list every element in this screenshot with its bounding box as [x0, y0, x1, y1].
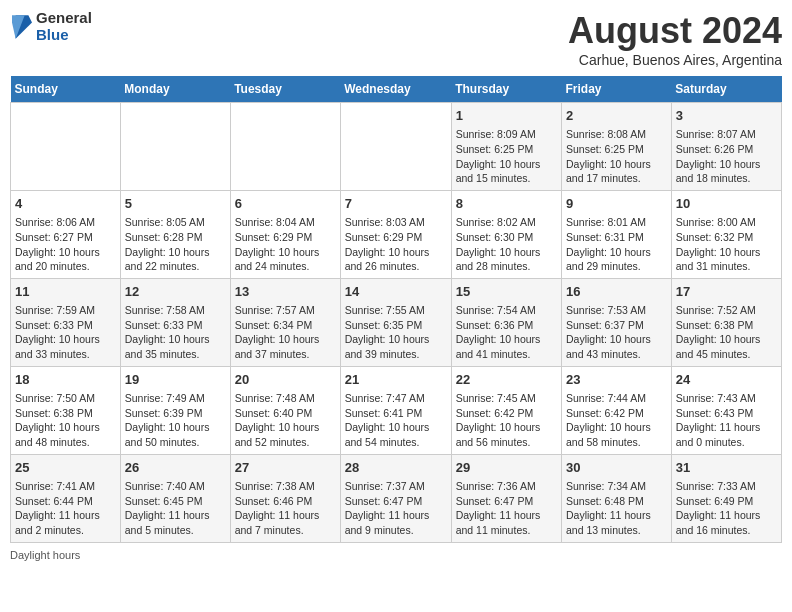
calendar-cell: 18Sunrise: 7:50 AMSunset: 6:38 PMDayligh… [11, 366, 121, 454]
cell-info: and 56 minutes. [456, 435, 557, 450]
cell-info: Daylight: 10 hours [676, 245, 777, 260]
cell-info: and 20 minutes. [15, 259, 116, 274]
day-number: 19 [125, 371, 226, 389]
calendar-cell: 26Sunrise: 7:40 AMSunset: 6:45 PMDayligh… [120, 454, 230, 542]
cell-info: Daylight: 10 hours [235, 332, 336, 347]
cell-info: Sunset: 6:37 PM [566, 318, 667, 333]
cell-info: and 39 minutes. [345, 347, 447, 362]
cell-info: Sunset: 6:30 PM [456, 230, 557, 245]
day-number: 12 [125, 283, 226, 301]
day-number: 21 [345, 371, 447, 389]
week-row-3: 11Sunrise: 7:59 AMSunset: 6:33 PMDayligh… [11, 278, 782, 366]
calendar-cell: 20Sunrise: 7:48 AMSunset: 6:40 PMDayligh… [230, 366, 340, 454]
logo-icon [12, 13, 32, 41]
cell-info: Daylight: 10 hours [345, 420, 447, 435]
footer: Daylight hours [10, 549, 782, 561]
calendar-cell: 8Sunrise: 8:02 AMSunset: 6:30 PMDaylight… [451, 190, 561, 278]
cell-info: and 28 minutes. [456, 259, 557, 274]
cell-info: Sunset: 6:34 PM [235, 318, 336, 333]
day-number: 14 [345, 283, 447, 301]
cell-info: Sunset: 6:33 PM [15, 318, 116, 333]
logo: General Blue [10, 10, 92, 43]
cell-info: Sunset: 6:45 PM [125, 494, 226, 509]
cell-info: Daylight: 10 hours [345, 332, 447, 347]
calendar-cell: 6Sunrise: 8:04 AMSunset: 6:29 PMDaylight… [230, 190, 340, 278]
day-number: 7 [345, 195, 447, 213]
cell-info: Sunset: 6:41 PM [345, 406, 447, 421]
cell-info: Daylight: 10 hours [125, 332, 226, 347]
cell-info: and 7 minutes. [235, 523, 336, 538]
cell-info: Sunrise: 7:54 AM [456, 303, 557, 318]
cell-info: Sunset: 6:49 PM [676, 494, 777, 509]
cell-info: Daylight: 11 hours [676, 508, 777, 523]
cell-info: Sunset: 6:44 PM [15, 494, 116, 509]
day-number: 15 [456, 283, 557, 301]
month-title: August 2024 [568, 10, 782, 52]
day-number: 28 [345, 459, 447, 477]
calendar-cell: 5Sunrise: 8:05 AMSunset: 6:28 PMDaylight… [120, 190, 230, 278]
logo-text: General Blue [36, 10, 92, 43]
cell-info: and 58 minutes. [566, 435, 667, 450]
cell-info: Daylight: 11 hours [676, 420, 777, 435]
cell-info: Daylight: 10 hours [566, 245, 667, 260]
day-number: 29 [456, 459, 557, 477]
cell-info: and 35 minutes. [125, 347, 226, 362]
cell-info: Sunrise: 7:55 AM [345, 303, 447, 318]
calendar-cell: 7Sunrise: 8:03 AMSunset: 6:29 PMDaylight… [340, 190, 451, 278]
cell-info: Daylight: 10 hours [566, 420, 667, 435]
cell-info: Daylight: 10 hours [235, 245, 336, 260]
cell-info: and 24 minutes. [235, 259, 336, 274]
day-number: 10 [676, 195, 777, 213]
calendar-cell: 25Sunrise: 7:41 AMSunset: 6:44 PMDayligh… [11, 454, 121, 542]
calendar-cell: 22Sunrise: 7:45 AMSunset: 6:42 PMDayligh… [451, 366, 561, 454]
cell-info: and 0 minutes. [676, 435, 777, 450]
cell-info: Sunset: 6:38 PM [676, 318, 777, 333]
cell-info: Sunset: 6:43 PM [676, 406, 777, 421]
cell-info: and 17 minutes. [566, 171, 667, 186]
cell-info: Sunset: 6:47 PM [345, 494, 447, 509]
cell-info: Sunset: 6:48 PM [566, 494, 667, 509]
calendar-cell: 31Sunrise: 7:33 AMSunset: 6:49 PMDayligh… [671, 454, 781, 542]
cell-info: Daylight: 10 hours [456, 245, 557, 260]
cell-info: and 11 minutes. [456, 523, 557, 538]
calendar-cell: 19Sunrise: 7:49 AMSunset: 6:39 PMDayligh… [120, 366, 230, 454]
cell-info: Sunrise: 8:00 AM [676, 215, 777, 230]
daylight-label: Daylight hours [10, 549, 80, 561]
day-number: 2 [566, 107, 667, 125]
cell-info: Sunrise: 8:06 AM [15, 215, 116, 230]
calendar-cell: 29Sunrise: 7:36 AMSunset: 6:47 PMDayligh… [451, 454, 561, 542]
cell-info: and 18 minutes. [676, 171, 777, 186]
cell-info: Sunrise: 7:50 AM [15, 391, 116, 406]
calendar-cell: 23Sunrise: 7:44 AMSunset: 6:42 PMDayligh… [562, 366, 672, 454]
day-number: 20 [235, 371, 336, 389]
cell-info: Sunrise: 7:47 AM [345, 391, 447, 406]
cell-info: Sunrise: 8:01 AM [566, 215, 667, 230]
calendar-cell: 10Sunrise: 8:00 AMSunset: 6:32 PMDayligh… [671, 190, 781, 278]
header-row: SundayMondayTuesdayWednesdayThursdayFrid… [11, 76, 782, 103]
cell-info: Sunrise: 7:45 AM [456, 391, 557, 406]
calendar-cell [340, 103, 451, 191]
day-number: 8 [456, 195, 557, 213]
cell-info: Sunrise: 8:05 AM [125, 215, 226, 230]
cell-info: and 50 minutes. [125, 435, 226, 450]
day-header-thursday: Thursday [451, 76, 561, 103]
cell-info: Daylight: 10 hours [566, 157, 667, 172]
cell-info: Sunset: 6:33 PM [125, 318, 226, 333]
calendar-cell: 9Sunrise: 8:01 AMSunset: 6:31 PMDaylight… [562, 190, 672, 278]
calendar-cell: 24Sunrise: 7:43 AMSunset: 6:43 PMDayligh… [671, 366, 781, 454]
cell-info: Sunrise: 8:07 AM [676, 127, 777, 142]
day-number: 16 [566, 283, 667, 301]
cell-info: Sunset: 6:29 PM [235, 230, 336, 245]
day-number: 1 [456, 107, 557, 125]
cell-info: Sunrise: 8:04 AM [235, 215, 336, 230]
cell-info: Sunrise: 7:44 AM [566, 391, 667, 406]
calendar-cell: 3Sunrise: 8:07 AMSunset: 6:26 PMDaylight… [671, 103, 781, 191]
cell-info: Sunrise: 7:58 AM [125, 303, 226, 318]
cell-info: Daylight: 10 hours [235, 420, 336, 435]
cell-info: and 13 minutes. [566, 523, 667, 538]
day-number: 27 [235, 459, 336, 477]
calendar-cell: 21Sunrise: 7:47 AMSunset: 6:41 PMDayligh… [340, 366, 451, 454]
cell-info: Sunset: 6:46 PM [235, 494, 336, 509]
calendar-cell: 17Sunrise: 7:52 AMSunset: 6:38 PMDayligh… [671, 278, 781, 366]
cell-info: and 37 minutes. [235, 347, 336, 362]
